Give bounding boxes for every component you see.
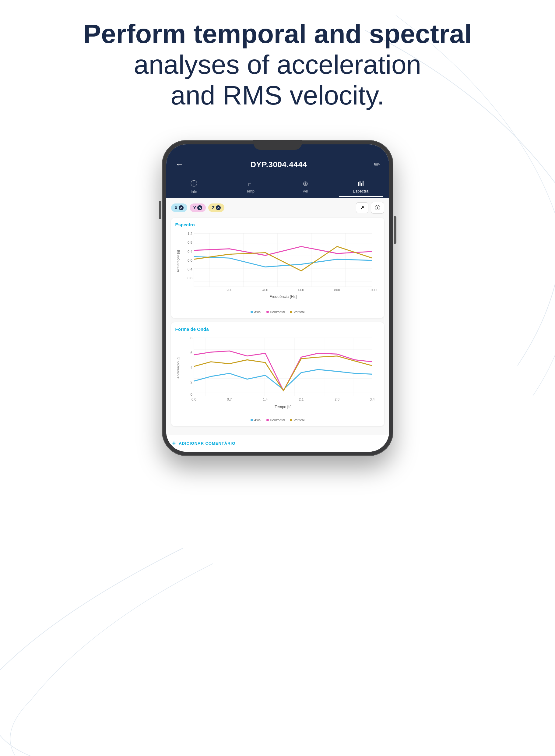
svg-text:0,0: 0,0: [187, 258, 192, 262]
vel-icon: ⊛: [303, 180, 308, 188]
horizontal-dot: [266, 311, 269, 313]
plus-icon: +: [172, 440, 176, 447]
nav-tabs: ⓘ Info ⑁ Temp ⊛ Vel: [166, 175, 389, 198]
edit-button[interactable]: ✏: [374, 160, 380, 169]
back-button[interactable]: ←: [175, 160, 184, 169]
svg-rect-0: [358, 182, 359, 186]
svg-text:0,4: 0,4: [187, 250, 193, 253]
filter-z[interactable]: Z ✕: [208, 203, 224, 212]
svg-rect-5: [194, 233, 372, 287]
trend-button[interactable]: ↗: [356, 202, 369, 213]
hero-line2: analyses of acceleration: [0, 49, 555, 80]
tab-vel[interactable]: ⊛ Vel: [278, 177, 333, 197]
espectro-chart: 1,2 0,8 0,4 0,0 0,4 0,8 Aceleração [g] 2…: [175, 230, 380, 308]
forma-onda-chart: 8 6 4 2 0 Aceleração [g] 0,0 0,7 1,4 2,1: [175, 335, 380, 416]
svg-text:600: 600: [298, 288, 304, 292]
svg-text:6: 6: [190, 351, 192, 355]
axial-label: Axial: [254, 310, 261, 314]
filter-x[interactable]: X ✕: [171, 203, 187, 212]
hero-line1: Perform temporal and spectral: [83, 18, 472, 49]
filter-z-label: Z: [212, 205, 215, 210]
svg-text:0,4: 0,4: [187, 268, 193, 271]
vertical-label2: Vertical: [294, 418, 304, 422]
svg-text:0,0: 0,0: [191, 397, 196, 401]
info-icon: ⓘ: [190, 179, 197, 188]
svg-text:2,1: 2,1: [299, 397, 303, 401]
espectro-card: Espectro 1,2: [171, 218, 384, 318]
hero-line3: and RMS velocity.: [0, 80, 555, 111]
filter-y-close[interactable]: ✕: [197, 205, 202, 210]
screen-title: DYP.3004.4444: [250, 160, 307, 169]
espectro-legend: Axial Horizontal Vertical: [175, 310, 380, 314]
temp-icon: ⑁: [248, 180, 252, 188]
axial-label2: Axial: [254, 418, 261, 422]
filter-x-label: X: [175, 205, 177, 210]
axial-dot2: [251, 419, 253, 421]
vertical-label: Vertical: [294, 310, 304, 314]
vertical-dot2: [290, 419, 292, 421]
svg-text:1.000: 1.000: [368, 288, 377, 292]
svg-text:400: 400: [262, 288, 268, 292]
svg-text:4: 4: [190, 365, 193, 369]
svg-rect-2: [361, 183, 362, 186]
legend-horizontal2: Horizontal: [266, 418, 285, 422]
svg-text:1,4: 1,4: [263, 397, 268, 401]
tab-espectral[interactable]: Espectral: [333, 177, 389, 197]
svg-text:200: 200: [226, 288, 232, 292]
axial-dot: [251, 311, 253, 313]
svg-text:0,7: 0,7: [227, 397, 232, 401]
tab-vel-label: Vel: [303, 189, 308, 193]
legend-horizontal: Horizontal: [266, 310, 285, 314]
svg-text:8: 8: [190, 336, 192, 340]
svg-text:Aceleração [g]: Aceleração [g]: [176, 356, 180, 379]
svg-rect-1: [359, 181, 360, 186]
tab-espectral-label: Espectral: [353, 189, 369, 193]
forma-onda-legend: Axial Horizontal Vertical: [175, 418, 380, 422]
phone-frame: ← DYP.3004.4444 ✏ ⓘ Info ⑁ Temp ⊛: [162, 140, 393, 456]
svg-rect-20: [194, 338, 372, 396]
horizontal-label2: Horizontal: [270, 418, 285, 422]
legend-axial2: Axial: [251, 418, 261, 422]
tab-info[interactable]: ⓘ Info: [166, 177, 222, 198]
svg-text:800: 800: [334, 288, 340, 292]
espectro-title: Espectro: [175, 222, 380, 227]
filter-y-label: Y: [193, 205, 196, 210]
filter-row: X ✕ Y ✕ Z ✕ ↗ ⓘ: [171, 202, 384, 213]
tab-temp[interactable]: ⑁ Temp: [222, 177, 278, 197]
horizontal-label: Horizontal: [270, 310, 285, 314]
horizontal-dot2: [266, 419, 269, 421]
add-comment-label: ADICIONAR COMENTÁRIO: [179, 441, 235, 446]
svg-text:Tempo [s]: Tempo [s]: [274, 404, 291, 409]
filter-x-close[interactable]: ✕: [179, 205, 183, 210]
svg-text:0,8: 0,8: [187, 241, 192, 244]
legend-vertical2: Vertical: [290, 418, 304, 422]
hero-section: Perform temporal and spectral analyses o…: [0, 18, 555, 111]
forma-onda-title: Forma de Onda: [175, 326, 380, 332]
phone-mockup: ← DYP.3004.4444 ✏ ⓘ Info ⑁ Temp ⊛: [162, 140, 393, 456]
svg-rect-3: [362, 181, 364, 186]
tab-temp-label: Temp: [245, 189, 255, 193]
svg-text:1,2: 1,2: [187, 232, 192, 235]
add-comment-bar[interactable]: + ADICIONAR COMENTÁRIO: [166, 435, 389, 452]
svg-text:Frequência [Hz]: Frequência [Hz]: [269, 294, 297, 299]
app-content: X ✕ Y ✕ Z ✕ ↗ ⓘ: [166, 198, 389, 435]
vertical-dot: [290, 311, 292, 313]
phone-notch: [253, 140, 302, 150]
tab-info-label: Info: [190, 190, 197, 194]
svg-text:2,8: 2,8: [335, 397, 339, 401]
svg-text:0: 0: [190, 393, 192, 396]
filter-y[interactable]: Y ✕: [190, 203, 206, 212]
svg-text:Aceleração [g]: Aceleração [g]: [176, 250, 180, 272]
filter-z-close[interactable]: ✕: [216, 205, 221, 210]
svg-text:3,4: 3,4: [370, 397, 375, 401]
forma-onda-card: Forma de Onda 8: [171, 322, 384, 426]
legend-vertical: Vertical: [290, 310, 304, 314]
espectral-icon: [358, 180, 365, 188]
svg-text:2: 2: [190, 380, 192, 384]
info-button[interactable]: ⓘ: [371, 202, 384, 213]
legend-axial: Axial: [251, 310, 261, 314]
phone-screen: ← DYP.3004.4444 ✏ ⓘ Info ⑁ Temp ⊛: [166, 145, 389, 452]
svg-text:0,8: 0,8: [187, 276, 192, 280]
